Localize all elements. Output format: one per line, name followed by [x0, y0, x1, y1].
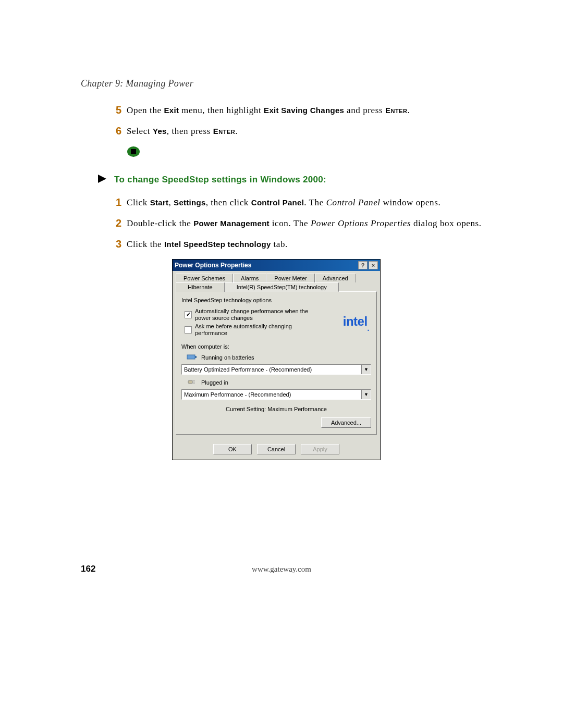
groupbox-title: Intel SpeedStep technology options: [181, 297, 371, 303]
ok-button[interactable]: OK: [213, 444, 252, 454]
section-heading-row: To change SpeedStep settings in Windows …: [96, 173, 495, 187]
checkbox-ask-before[interactable]: Ask me before automatically changing per…: [185, 323, 343, 337]
step-text: Click Start, Settings, then click Contro…: [127, 196, 440, 209]
select-value: Maximum Performance - (Recommended): [182, 391, 361, 398]
plug-icon: [187, 378, 197, 387]
section-title: To change SpeedStep settings in Windows …: [114, 175, 326, 185]
running-on-batteries-label: Running on batteries: [201, 354, 254, 361]
plugged-in-row: Plugged in: [187, 378, 371, 387]
step-text: Select Yes, then press Enter.: [127, 125, 238, 138]
checkbox-label: Ask me before automatically changing per…: [195, 323, 320, 337]
step-number: 1: [113, 196, 127, 209]
chevron-down-icon: ▼: [361, 365, 371, 374]
step-text: Open the Exit menu, then highlight Exit …: [127, 104, 410, 117]
plugged-performance-select[interactable]: Maximum Performance - (Recommended) ▼: [181, 389, 371, 400]
svg-rect-5: [188, 380, 192, 384]
close-button[interactable]: ×: [369, 261, 378, 269]
dialog-titlebar: Power Options Properties ? ×: [173, 260, 380, 271]
running-on-batteries-row: Running on batteries: [187, 353, 371, 362]
advanced-button[interactable]: Advanced...: [321, 417, 371, 428]
tabs-row-2: Hibernate Intel(R) SpeedStep(TM) technol…: [176, 282, 377, 291]
power-options-dialog-screenshot: Power Options Properties ? × Power Schem…: [172, 259, 381, 461]
tab-alarms[interactable]: Alarms: [233, 274, 266, 282]
step-text: Click the Intel SpeedStep technology tab…: [127, 238, 288, 251]
checkbox-icon: [185, 326, 192, 334]
tab-power-schemes[interactable]: Power Schemes: [176, 274, 233, 282]
help-button[interactable]: ?: [358, 261, 368, 269]
step-5: 5 Open the Exit menu, then highlight Exi…: [81, 104, 495, 117]
tab-panel: Intel SpeedStep technology options Autom…: [176, 291, 377, 435]
when-computer-is-label: When computer is:: [181, 343, 371, 350]
checkbox-label: Automatically change performance when th…: [195, 308, 320, 322]
end-of-procedure-icon: [127, 146, 495, 157]
svg-marker-2: [98, 175, 106, 183]
tab-intel-speedstep[interactable]: Intel(R) SpeedStep(TM) technology: [225, 282, 339, 292]
apply-button[interactable]: Apply: [301, 444, 339, 454]
step-number: 3: [113, 238, 127, 251]
tabs-row-1: Power Schemes Alarms Power Meter Advance…: [176, 273, 377, 282]
checkbox-icon: [185, 311, 192, 318]
step-1: 1 Click Start, Settings, then click Cont…: [81, 196, 495, 209]
step-number: 6: [113, 125, 127, 138]
svg-rect-1: [131, 149, 136, 154]
battery-icon: [187, 353, 197, 362]
step-number: 2: [113, 217, 127, 230]
tab-advanced[interactable]: Advanced: [315, 274, 356, 282]
plugged-in-label: Plugged in: [201, 379, 228, 386]
current-setting-label: Current Setting: Maximum Performance: [181, 406, 371, 412]
step-3: 3 Click the Intel SpeedStep technology t…: [81, 238, 495, 251]
dialog-title: Power Options Properties: [175, 262, 357, 269]
cancel-button[interactable]: Cancel: [257, 444, 296, 454]
chapter-heading: Chapter 9: Managing Power: [81, 78, 495, 89]
step-2: 2 Double-click the Power Management icon…: [81, 217, 495, 230]
tab-hibernate[interactable]: Hibernate: [176, 282, 225, 292]
step-number: 5: [113, 104, 127, 117]
intel-logo: intel.: [343, 314, 371, 330]
svg-rect-3: [187, 355, 195, 359]
checkbox-auto-change[interactable]: Automatically change performance when th…: [185, 308, 343, 322]
page-number: 162: [81, 564, 95, 574]
step-text: Double-click the Power Management icon. …: [127, 217, 482, 230]
power-options-dialog: Power Options Properties ? × Power Schem…: [172, 259, 381, 461]
select-value: Battery Optimized Performance - (Recomme…: [182, 366, 361, 373]
dialog-button-row: OK Cancel Apply: [173, 439, 380, 460]
svg-rect-4: [195, 356, 197, 358]
chevron-down-icon: ▼: [361, 390, 371, 399]
tab-power-meter[interactable]: Power Meter: [266, 274, 314, 282]
footer-url: www.gateway.com: [252, 565, 311, 574]
battery-performance-select[interactable]: Battery Optimized Performance - (Recomme…: [181, 364, 371, 375]
arrow-right-icon: [96, 173, 111, 187]
step-6: 6 Select Yes, then press Enter.: [81, 125, 495, 138]
